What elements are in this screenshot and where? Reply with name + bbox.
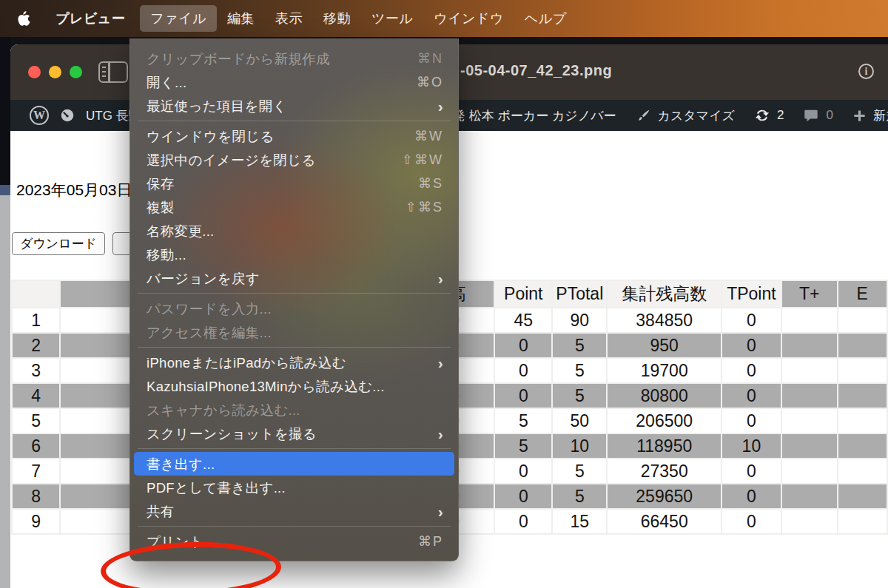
table-cell [781,383,838,408]
menu-item-export[interactable]: 書き出す... [134,452,454,476]
menubar-item-3[interactable]: 表示 [265,5,313,32]
table-cell: 5 [552,484,607,509]
menu-item-label: 共有 [147,502,438,521]
menu-item-open[interactable]: 開く...⌘O [130,70,458,94]
menu-item-duplicate[interactable]: 複製⇧⌘S [130,195,458,219]
table-cell [838,308,887,333]
table-header-cell: TPoint [722,280,781,308]
menu-item-label: スクリーンショットを撮る [147,425,438,443]
table-header-cell: PTotal [552,280,607,308]
menu-item-import-from-iphone-ipad[interactable]: iPhoneまたはiPadから読み込む› [130,351,458,374]
updates-icon[interactable] [754,107,770,124]
menu-item-shortcut: ⌘O [417,74,443,90]
menu-item-shortcut: ⌘P [418,533,443,550]
menu-item-shortcut: ⌘N [417,50,443,67]
desktop-strip-blue [0,185,10,195]
updates-count[interactable]: 2 [777,108,784,123]
admin-bar-right: 発 松本 ポーカー カジノバー カスタマイズ 2 0 [453,100,888,131]
menu-item-close-window[interactable]: ウインドウを閉じる⌘W [130,124,458,148]
menu-item-open-recent[interactable]: 最近使った項目を開く› [130,94,458,118]
menu-item-move-to[interactable]: 移動... [130,243,458,266]
menu-separator [138,526,451,527]
menu-item-share[interactable]: 共有› [130,499,458,523]
menu-item-close-selected-images[interactable]: 選択中のイメージを閉じる⇧⌘W [130,148,458,172]
table-cell: 10 [552,433,607,459]
table-cell: 0 [722,408,781,433]
close-window-button[interactable] [28,66,41,78]
customize-brush-icon[interactable] [636,108,651,124]
submenu-chevron-icon: › [438,98,443,114]
download-button[interactable]: ダウンロード [12,232,105,255]
menu-separator [138,448,451,449]
table-cell: 5 [12,408,60,433]
customize-label[interactable]: カスタマイズ [658,107,735,124]
table-cell: 8 [12,484,60,509]
menubar-item-0[interactable]: プレビュー [45,5,135,32]
apple-menu-icon[interactable] [18,11,30,26]
table-cell: 0 [494,484,552,509]
menu-separator [138,347,451,348]
menu-item-label: 選択中のイメージを閉じる [147,151,402,169]
new-label[interactable]: 新規 [873,107,888,124]
menu-item-label: 複製 [147,198,406,217]
menu-item-label: 移動... [147,246,443,264]
screen: プレビューファイル編集表示移動ツールウインドウヘルプ -05-04-07_42_… [0,0,888,588]
menu-item-label: アクセス権を編集... [147,323,443,342]
table-cell: 0 [722,308,781,333]
dashboard-gauge-icon[interactable] [59,107,75,124]
menu-item-label: PDFとして書き出す... [147,479,443,497]
site-name-right[interactable]: 発 松本 ポーカー カジノバー [453,107,616,124]
table-cell: 0 [722,333,781,358]
menu-separator [138,121,451,121]
menu-item-import-from-scanner: スキャナから読み込む... [130,398,458,422]
table-cell: 15 [552,509,607,534]
comments-bubble-icon[interactable] [803,107,819,124]
menu-item-save[interactable]: 保存⌘S [130,172,458,195]
menu-item-label: バージョンを戻す [147,269,438,288]
wordpress-logo-icon[interactable]: W [30,106,49,125]
table-cell: 5 [552,459,607,484]
desktop-strip-gray [0,195,10,588]
table-header-cell [12,280,60,308]
table-cell: 19700 [607,358,722,383]
table-cell: 0 [722,509,781,534]
table-cell [781,358,838,383]
table-cell: 50 [552,408,607,433]
table-cell: 45 [494,308,552,333]
table-cell [838,509,887,534]
sidebar-toggle-icon[interactable] [98,61,128,83]
table-cell [838,383,887,408]
window-title: -05-04-07_42_23.png [460,62,612,79]
table-cell: 9 [12,509,60,534]
table-cell [781,459,838,484]
menubar-item-6[interactable]: ウインドウ [423,5,514,32]
menubar-item-7[interactable]: ヘルプ [514,5,577,32]
new-plus-icon[interactable] [852,109,867,123]
menubar-item-1[interactable]: ファイル [140,5,217,32]
info-icon[interactable]: i [858,64,874,79]
menu-item-take-screenshot[interactable]: スクリーンショットを撮る› [130,422,458,445]
menubar-item-5[interactable]: ツール [361,5,423,32]
minimize-window-button[interactable] [49,66,61,78]
menu-item-revert-to[interactable]: バージョンを戻す› [130,266,458,290]
zoom-window-button[interactable] [70,66,82,78]
table-cell: 0 [722,358,781,383]
menubar-item-4[interactable]: 移動 [313,5,361,32]
table-header-cell: T+ [781,280,838,308]
menu-item-rename[interactable]: 名称変更... [130,219,458,243]
menubar-item-2[interactable]: 編集 [217,5,265,32]
menu-item-export-as-pdf[interactable]: PDFとして書き出す... [130,476,458,499]
table-cell [838,433,887,459]
table-cell: 5 [494,408,552,433]
table-cell: 5 [552,358,607,383]
menu-item-enter-password: パスワードを入力... [130,297,458,320]
menu-item-label: ウインドウを閉じる [147,127,414,146]
table-cell: 90 [552,308,607,333]
submenu-chevron-icon: › [438,355,443,371]
comments-count[interactable]: 0 [826,108,832,123]
menu-item-label: iPhoneまたはiPadから読み込む [147,354,438,372]
date-label: 2023年05月03日 [16,180,132,200]
table-cell: 3 [12,358,60,383]
menu-item-label: 最近使った項目を開く [147,97,438,115]
menu-item-import-from-kazuhsia-iphone[interactable]: KazuhsiaIPhone13Minから読み込む... [130,374,458,398]
